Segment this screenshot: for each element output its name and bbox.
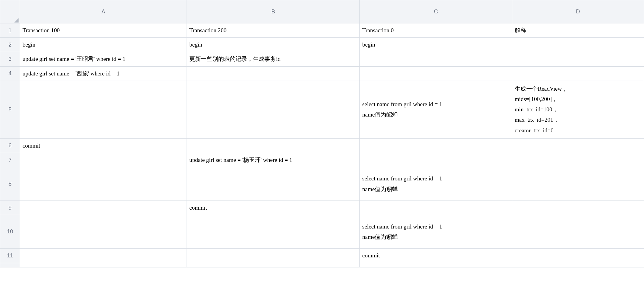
table-row: 10 select name from gril where id = 1 na… — [0, 215, 644, 249]
cell-d6[interactable] — [512, 138, 644, 153]
cell-a6[interactable]: commit — [20, 138, 187, 153]
cell-c9[interactable] — [360, 201, 512, 215]
cell-b10[interactable] — [187, 215, 359, 249]
cell-a11[interactable] — [20, 249, 187, 263]
cell-d11[interactable] — [512, 249, 644, 263]
table-row — [0, 263, 644, 267]
col-header-c[interactable]: C — [360, 0, 512, 23]
cell-b6[interactable] — [187, 138, 359, 153]
row-header-2[interactable]: 2 — [0, 38, 20, 52]
col-header-a[interactable]: A — [20, 0, 187, 23]
cell-b7[interactable]: update girl set name = '杨玉环' where id = … — [187, 153, 359, 167]
row-header-1[interactable]: 1 — [0, 23, 20, 38]
select-all-corner[interactable] — [0, 0, 20, 23]
col-header-d[interactable]: D — [512, 0, 644, 23]
cell-c8[interactable]: select name from gril where id = 1 name值… — [360, 167, 512, 201]
cell-b12[interactable] — [187, 263, 359, 267]
cell-b11[interactable] — [187, 249, 359, 263]
table-row: 3 update girl set name = '王昭君' where id … — [0, 52, 644, 66]
row-header-10[interactable]: 10 — [0, 215, 20, 249]
col-header-b[interactable]: B — [187, 0, 359, 23]
cell-b8[interactable] — [187, 167, 359, 201]
cell-d4[interactable] — [512, 66, 644, 81]
cell-d3[interactable] — [512, 52, 644, 66]
row-header-4[interactable]: 4 — [0, 66, 20, 81]
row-header-12[interactable] — [0, 263, 20, 267]
cell-d1[interactable]: 解释 — [512, 23, 644, 38]
cell-a7[interactable] — [20, 153, 187, 167]
column-header-row: A B C D — [0, 0, 644, 23]
table-row: 7 update girl set name = '杨玉环' where id … — [0, 153, 644, 167]
row-header-8[interactable]: 8 — [0, 167, 20, 201]
cell-a3[interactable]: update girl set name = '王昭君' where id = … — [20, 52, 187, 66]
cell-c5[interactable]: select name from gril where id = 1 name值… — [360, 81, 512, 138]
corner-triangle-icon — [14, 18, 19, 23]
cell-b9[interactable]: commit — [187, 201, 359, 215]
table-row: 11 commit — [0, 249, 644, 263]
table-row: 5 select name from gril where id = 1 nam… — [0, 81, 644, 138]
cell-d2[interactable] — [512, 38, 644, 52]
cell-b2[interactable]: begin — [187, 38, 359, 52]
row-header-6[interactable]: 6 — [0, 138, 20, 153]
table-row: 2 begin begin begin — [0, 38, 644, 52]
cell-a12[interactable] — [20, 263, 187, 267]
cell-d12[interactable] — [512, 263, 644, 267]
cell-d9[interactable] — [512, 201, 644, 215]
row-header-5[interactable]: 5 — [0, 81, 20, 138]
cell-c1[interactable]: Transaction 0 — [360, 23, 512, 38]
cell-c10[interactable]: select name from gril where id = 1 name值… — [360, 215, 512, 249]
cell-a10[interactable] — [20, 215, 187, 249]
cell-d8[interactable] — [512, 167, 644, 201]
table-row: 6 commit — [0, 138, 644, 153]
cell-a5[interactable] — [20, 81, 187, 138]
row-header-7[interactable]: 7 — [0, 153, 20, 167]
cell-c4[interactable] — [360, 66, 512, 81]
row-header-9[interactable]: 9 — [0, 201, 20, 215]
cell-d5[interactable]: 生成一个ReadView， mids=[100,200]， min_trx_id… — [512, 81, 644, 138]
cell-a9[interactable] — [20, 201, 187, 215]
cell-c6[interactable] — [360, 138, 512, 153]
spreadsheet: A B C D 1 Transaction 100 Transaction 20… — [0, 0, 644, 267]
table-row: 1 Transaction 100 Transaction 200 Transa… — [0, 23, 644, 38]
row-header-3[interactable]: 3 — [0, 52, 20, 66]
cell-a2[interactable]: begin — [20, 38, 187, 52]
cell-b1[interactable]: Transaction 200 — [187, 23, 359, 38]
cell-c2[interactable]: begin — [360, 38, 512, 52]
cell-c12[interactable] — [360, 263, 512, 267]
cell-b3[interactable]: 更新一些别的表的记录，生成事务id — [187, 52, 359, 66]
table-row: 8 select name from gril where id = 1 nam… — [0, 167, 644, 201]
cell-a8[interactable] — [20, 167, 187, 201]
cell-b4[interactable] — [187, 66, 359, 81]
cell-d7[interactable] — [512, 153, 644, 167]
cell-c7[interactable] — [360, 153, 512, 167]
cell-c3[interactable] — [360, 52, 512, 66]
cell-a1[interactable]: Transaction 100 — [20, 23, 187, 38]
cell-b5[interactable] — [187, 81, 359, 138]
table-row: 4 update girl set name = '西施' where id =… — [0, 66, 644, 81]
cell-c11[interactable]: commit — [360, 249, 512, 263]
table-row: 9 commit — [0, 201, 644, 215]
row-header-11[interactable]: 11 — [0, 249, 20, 263]
cell-d10[interactable] — [512, 215, 644, 249]
cell-a4[interactable]: update girl set name = '西施' where id = 1 — [20, 66, 187, 81]
